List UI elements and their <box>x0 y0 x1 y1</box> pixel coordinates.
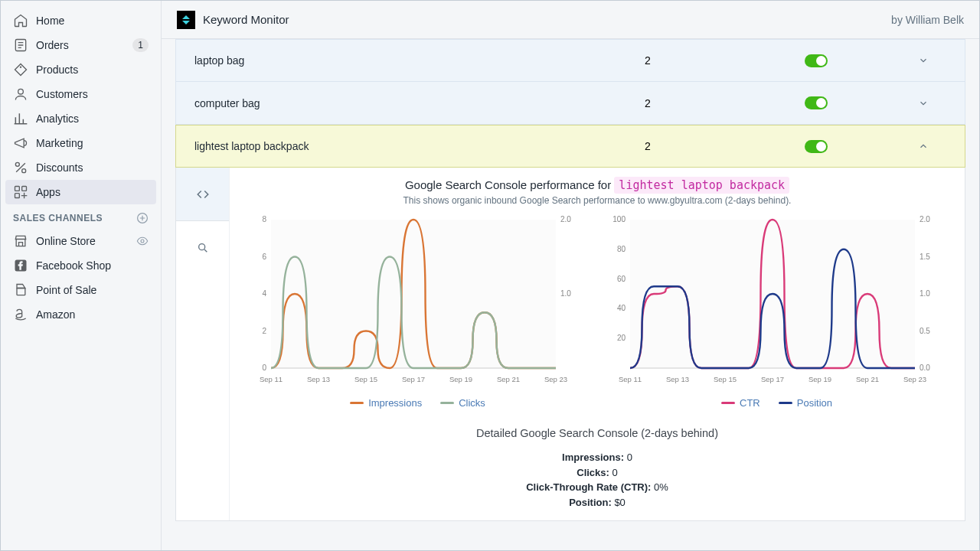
badge: 1 <box>132 38 149 52</box>
svg-text:60: 60 <box>617 275 626 283</box>
svg-text:Sep 11: Sep 11 <box>260 375 283 383</box>
user-icon <box>13 86 28 102</box>
svg-text:1.0: 1.0 <box>920 289 930 298</box>
svg-text:2.0: 2.0 <box>920 215 930 223</box>
svg-text:2.0: 2.0 <box>560 215 571 223</box>
svg-line-13 <box>204 249 207 252</box>
toggle[interactable] <box>805 140 828 153</box>
keyword-row[interactable]: computer bag 2 <box>175 82 965 125</box>
keyword-row[interactable]: laptop bag 2 <box>175 39 965 82</box>
facebook-icon <box>13 258 28 273</box>
apps-icon <box>13 184 28 200</box>
app-logo-icon <box>177 11 195 29</box>
svg-rect-6 <box>22 187 27 191</box>
svg-text:0: 0 <box>262 364 266 372</box>
svg-text:1.5: 1.5 <box>920 253 930 261</box>
svg-text:Sep 21: Sep 21 <box>497 375 520 383</box>
channel-label: Facebook Shop <box>36 259 111 272</box>
sidebar-item-customers[interactable]: Customers <box>1 82 161 106</box>
legend-item[interactable]: Clicks <box>440 397 485 409</box>
gsc-subtitle: This shows organic inbound Google Search… <box>245 195 949 206</box>
keyword-count: 2 <box>564 97 732 109</box>
bar-icon <box>13 111 28 126</box>
tab-code[interactable] <box>176 168 229 221</box>
expand-icon[interactable] <box>900 55 946 66</box>
channel-online-store[interactable]: Online Store <box>1 229 161 253</box>
store-icon <box>13 233 28 249</box>
svg-text:Sep 15: Sep 15 <box>714 375 737 383</box>
svg-text:Sep 17: Sep 17 <box>402 375 425 383</box>
svg-text:80: 80 <box>617 245 626 253</box>
svg-text:Sep 11: Sep 11 <box>619 375 642 383</box>
svg-point-9 <box>141 240 144 243</box>
add-channel-icon[interactable] <box>136 212 149 224</box>
legend-item[interactable]: Impressions <box>350 397 422 409</box>
svg-text:Sep 13: Sep 13 <box>666 375 689 383</box>
nav-label: Products <box>36 64 78 76</box>
toggle[interactable] <box>805 96 828 109</box>
toggle[interactable] <box>805 54 828 67</box>
channel-label: Online Store <box>36 235 96 247</box>
svg-text:Sep 15: Sep 15 <box>354 375 377 383</box>
byline: by William Belk <box>891 14 964 26</box>
svg-text:0.5: 0.5 <box>920 327 930 335</box>
svg-rect-5 <box>15 187 20 191</box>
legend-item[interactable]: Position <box>779 397 832 409</box>
keyword-count: 2 <box>564 140 732 152</box>
keyword-row[interactable]: lightest laptop backpack 2 <box>175 125 965 168</box>
sidebar-item-apps[interactable]: Apps <box>5 180 156 204</box>
chart-legend: ImpressionsClicks <box>245 397 590 409</box>
svg-rect-11 <box>17 289 25 295</box>
detail-section-heading: Detailed Google Search Console (2-days b… <box>245 427 949 439</box>
svg-text:40: 40 <box>617 304 626 312</box>
chart: 204060801000.00.51.01.52.0Sep 11Sep 13Se… <box>604 214 941 390</box>
svg-point-1 <box>20 67 21 68</box>
keyword-pill: lightest laptop backpack <box>614 177 789 194</box>
svg-rect-7 <box>15 194 20 198</box>
stats-block: Impressions: 0 Clicks: 0 Click-Through R… <box>245 450 949 510</box>
sidebar-item-marketing[interactable]: Marketing <box>1 131 161 155</box>
nav-label: Orders <box>36 39 69 51</box>
svg-text:Sep 21: Sep 21 <box>856 375 879 383</box>
svg-text:Sep 17: Sep 17 <box>761 375 784 383</box>
expand-icon[interactable] <box>900 98 946 109</box>
svg-text:Sep 23: Sep 23 <box>544 375 567 383</box>
expand-icon[interactable] <box>900 141 946 152</box>
nav-label: Discounts <box>36 161 83 174</box>
sidebar-item-discounts[interactable]: Discounts <box>1 155 161 180</box>
detail-panel: Google Search Console performance for li… <box>175 168 965 521</box>
svg-text:100: 100 <box>612 215 626 223</box>
tab-search[interactable] <box>176 221 229 275</box>
home-icon <box>13 13 28 28</box>
chart: 024681.02.0Sep 11Sep 13Sep 15Sep 17Sep 1… <box>245 214 582 390</box>
content: laptop bag 2 computer bag 2 lightest lap… <box>162 39 979 550</box>
svg-point-12 <box>198 244 204 250</box>
channel-amazon[interactable]: Amazon <box>1 302 161 327</box>
sidebar-item-products[interactable]: Products <box>1 57 161 82</box>
svg-text:4: 4 <box>262 289 266 298</box>
channel-label: Amazon <box>36 308 75 321</box>
tag-icon <box>13 62 28 77</box>
svg-text:20: 20 <box>617 334 626 342</box>
amazon-icon <box>13 307 28 322</box>
svg-text:Sep 23: Sep 23 <box>903 375 926 383</box>
sidebar-item-analytics[interactable]: Analytics <box>1 106 161 131</box>
nav-label: Home <box>36 15 64 27</box>
svg-point-4 <box>22 169 26 173</box>
orders-icon <box>13 37 28 53</box>
megaphone-icon <box>13 135 28 151</box>
nav-label: Apps <box>36 186 60 198</box>
svg-text:1.0: 1.0 <box>560 289 571 298</box>
nav-label: Marketing <box>36 137 83 149</box>
legend-item[interactable]: CTR <box>721 397 760 409</box>
svg-point-3 <box>15 162 19 166</box>
eye-icon[interactable] <box>136 235 149 247</box>
svg-text:6: 6 <box>262 253 266 261</box>
channel-facebook-shop[interactable]: Facebook Shop <box>1 253 161 278</box>
channel-point-of-sale[interactable]: Point of Sale <box>1 278 161 302</box>
sidebar-item-orders[interactable]: Orders1 <box>1 33 161 57</box>
svg-text:Sep 19: Sep 19 <box>808 375 831 383</box>
keyword-text: lightest laptop backpack <box>194 140 564 152</box>
sidebar-item-home[interactable]: Home <box>1 8 161 33</box>
percent-icon <box>13 160 28 175</box>
